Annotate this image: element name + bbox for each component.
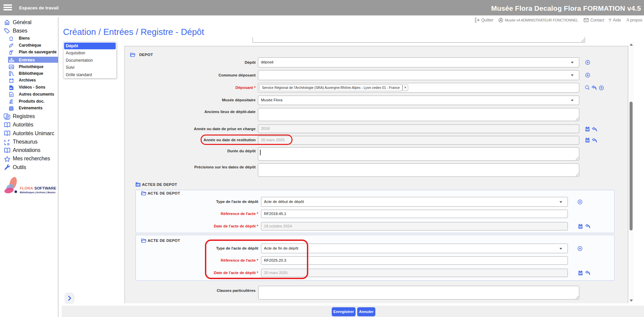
svg-text:SOFTWARE: SOFTWARE — [35, 186, 56, 190]
svg-text:B: B — [7, 142, 10, 146]
svg-text:Bibliothèques | Archives | Mus: Bibliothèques | Archives | Musées — [20, 191, 56, 194]
svg-text:↳: ↳ — [4, 142, 6, 146]
svg-text:FLORA: FLORA — [20, 186, 33, 190]
